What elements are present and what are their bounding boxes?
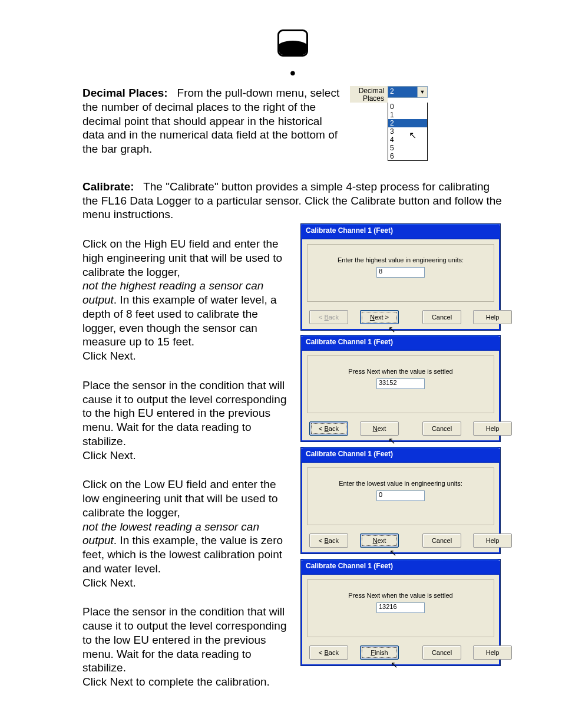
dialog-prompt: Press Next when the value is settled [312, 368, 489, 375]
cancel-button[interactable]: Cancel [422, 645, 461, 660]
step2-line2: Click Next. [82, 449, 295, 463]
back-button[interactable]: < Back [309, 421, 348, 436]
step3-line3: Click Next. [82, 576, 295, 590]
dialog-prompt: Press Next when the value is settled [312, 592, 489, 599]
high-eu-input[interactable]: 8 [376, 267, 425, 278]
dialog-title: Calibrate Channel 1 (Feet) [301, 335, 500, 351]
decimal-label-1: Decimal [359, 87, 384, 95]
settle-value-input[interactable]: 13216 [376, 602, 425, 613]
low-eu-input[interactable]: 0 [376, 490, 425, 501]
dialog-title: Calibrate Channel 1 (Feet) [301, 559, 500, 575]
step2-line1: Place the sensor in the condition that w… [82, 378, 295, 449]
help-button[interactable]: Help [473, 421, 512, 436]
next-button[interactable]: Next [360, 533, 399, 548]
dialog-title: Calibrate Channel 1 (Feet) [301, 447, 500, 463]
step4-line1: Place the sensor in the condition that w… [82, 605, 295, 675]
decimal-label-2: Places [363, 94, 384, 103]
next-button[interactable]: Next [360, 421, 399, 436]
brand-logo [82, 29, 503, 59]
help-button[interactable]: Help [473, 645, 512, 660]
step3-line1: Click on the Low EU field and enter the … [82, 477, 295, 519]
back-button[interactable]: < Back [309, 645, 348, 660]
decimal-option-2[interactable]: 2 [388, 119, 427, 127]
cancel-button[interactable]: Cancel [422, 533, 461, 548]
chevron-down-icon[interactable]: ▼ [417, 87, 427, 97]
help-button[interactable]: Help [473, 310, 512, 324]
back-button: < Back [309, 310, 348, 324]
decimal-combobox[interactable]: 2 ▼ [388, 86, 428, 98]
calibrate-dialog-step2: Calibrate Channel 1 (Feet) Press Next wh… [300, 335, 501, 442]
decimal-option-4[interactable]: 4 [388, 136, 427, 144]
calibrate-dialog-step4: Calibrate Channel 1 (Feet) Press Next wh… [300, 559, 501, 666]
help-button[interactable]: Help [473, 533, 512, 548]
step1-line3: Click Next. [82, 349, 295, 363]
next-button[interactable]: Next > [360, 310, 399, 324]
step1-line1: Click on the High EU field and enter the… [82, 237, 295, 279]
dialog-prompt: Enter the lowest value in engineering un… [312, 480, 489, 487]
decimal-dropdown-list[interactable]: 0 1 2 3 4 5 6 [388, 103, 428, 161]
decimal-option-0[interactable]: 0 [388, 103, 427, 111]
cancel-button[interactable]: Cancel [422, 310, 461, 324]
decimal-option-3[interactable]: 3 [388, 127, 427, 136]
calibrate-dialog-step1: Calibrate Channel 1 (Feet) Enter the hig… [300, 223, 501, 331]
cancel-button[interactable]: Cancel [422, 421, 461, 436]
decimal-places-widget: Decimal Places 2 ▼ 0 1 2 3 4 5 6 ↖ [350, 86, 437, 161]
decimal-option-5[interactable]: 5 [388, 144, 427, 152]
section-heading-calibrate: Calibrate: [82, 180, 134, 193]
back-button[interactable]: < Back [309, 533, 348, 548]
decimal-option-1[interactable]: 1 [388, 111, 427, 119]
calibrate-intro: The "Calibrate" button provides a simple… [82, 180, 502, 221]
decimal-selected: 2 [388, 87, 417, 97]
calibrate-dialog-step3: Calibrate Channel 1 (Feet) Enter the low… [300, 447, 501, 554]
decimal-option-6[interactable]: 6 [388, 152, 427, 160]
step4-line2: Click Next to complete the calibration. [82, 675, 295, 689]
dialog-title: Calibrate Channel 1 (Feet) [301, 224, 500, 239]
finish-button[interactable]: Finish [360, 645, 399, 660]
settle-value-input[interactable]: 33152 [376, 378, 425, 389]
bullet-decor: • [82, 65, 503, 81]
dialog-prompt: Enter the highest value in engineering u… [312, 256, 489, 263]
section-heading-decimal: Decimal Places: [82, 87, 168, 99]
